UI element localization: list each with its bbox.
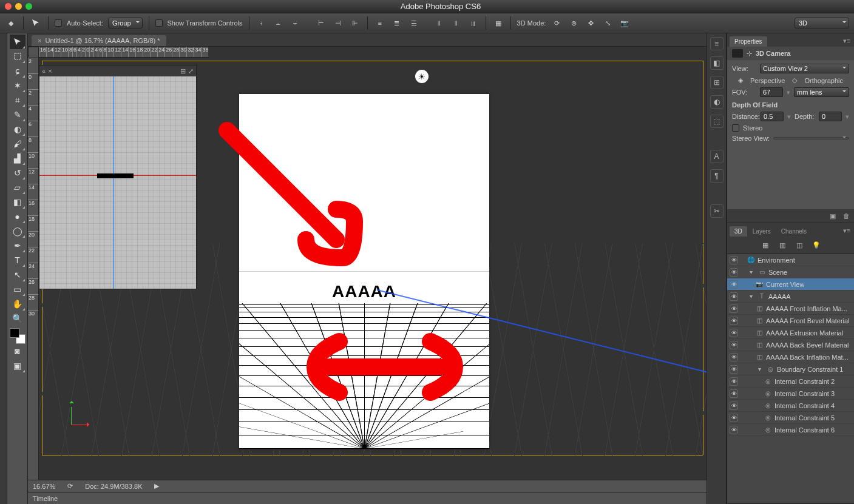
- align-left-edges-icon[interactable]: ⊢: [315, 17, 327, 29]
- perspective-cube-icon[interactable]: ◈: [738, 76, 743, 84]
- crop-tool[interactable]: ⌗: [10, 93, 25, 107]
- navigator-new-view-icon[interactable]: ⊞: [180, 67, 186, 75]
- tree-row[interactable]: 👁🌐Environment: [727, 254, 854, 266]
- magic-wand-tool[interactable]: ✶: [10, 78, 25, 93]
- perspective-label[interactable]: Perspective: [750, 77, 785, 84]
- orthographic-cube-icon[interactable]: ◇: [792, 76, 797, 84]
- horizontal-ruler[interactable]: 1614121086420246810121416182022242628303…: [39, 47, 208, 58]
- refresh-icon[interactable]: ⟳: [67, 482, 73, 490]
- disclosure-icon[interactable]: ▾: [747, 268, 755, 277]
- distance-input[interactable]: 0.5: [761, 112, 784, 121]
- move-tool[interactable]: [10, 35, 25, 49]
- eraser-tool[interactable]: ▱: [10, 180, 25, 195]
- ruler-origin[interactable]: [28, 47, 39, 58]
- tree-row[interactable]: 👁◫AAAAA Front Bevel Material: [727, 315, 854, 327]
- panel-icon-character[interactable]: A: [710, 150, 724, 163]
- lasso-tool[interactable]: ɕ: [10, 64, 25, 78]
- visibility-toggle-icon[interactable]: 👁: [730, 377, 738, 386]
- tree-row[interactable]: 👁◎Internal Constraint 6: [727, 424, 854, 436]
- slide-3d-icon[interactable]: ⤡: [602, 17, 614, 29]
- visibility-toggle-icon[interactable]: 👁: [730, 329, 738, 337]
- tree-row[interactable]: 👁▾▭Scene: [727, 266, 854, 278]
- blur-tool[interactable]: ●: [10, 209, 25, 224]
- tree-row[interactable]: 👁◫AAAAA Extrusion Material: [727, 327, 854, 339]
- distribute-right-icon[interactable]: ⫼: [467, 17, 480, 29]
- tree-row[interactable]: 👁◎Internal Constraint 3: [727, 388, 854, 400]
- pen-tool[interactable]: ✒: [10, 238, 25, 253]
- orthographic-label[interactable]: Orthographic: [804, 77, 843, 84]
- tree-row[interactable]: 👁◫AAAAA Back Bevel Material: [727, 339, 854, 351]
- tree-row[interactable]: 👁◫AAAAA Front Inflation Ma...: [727, 303, 854, 315]
- roll-3d-icon[interactable]: ⊚: [568, 17, 580, 29]
- 3d-scene-tree[interactable]: 👁🌐Environment👁▾▭Scene👁📷Current View👁▾TAA…: [727, 254, 854, 503]
- zoom-level[interactable]: 16.67%: [33, 483, 55, 490]
- visibility-toggle-icon[interactable]: 👁: [730, 317, 738, 325]
- pan-3d-icon[interactable]: ✥: [585, 17, 597, 29]
- disclosure-icon[interactable]: ▾: [747, 292, 755, 301]
- panel-menu-icon[interactable]: ▾≡: [839, 35, 854, 47]
- fov-input[interactable]: 67: [760, 87, 783, 97]
- clone-stamp-tool[interactable]: ▟: [10, 151, 25, 166]
- disclosure-icon[interactable]: ▾: [755, 365, 764, 374]
- tree-row[interactable]: 👁◎Internal Constraint 2: [727, 375, 854, 388]
- visibility-toggle-icon[interactable]: 👁: [730, 268, 738, 277]
- distribute-bottom-icon[interactable]: ☰: [408, 17, 420, 29]
- tree-row[interactable]: 👁◫AAAAA Back Inflation Mat...: [727, 351, 854, 363]
- zoom-tool[interactable]: 🔍: [10, 311, 25, 326]
- close-tab-icon[interactable]: ×: [38, 37, 41, 44]
- auto-align-icon[interactable]: ▦: [492, 17, 504, 29]
- filter-materials-icon[interactable]: ◫: [795, 240, 804, 250]
- axis-gizmo[interactable]: [66, 401, 90, 425]
- visibility-toggle-icon[interactable]: 👁: [730, 256, 738, 264]
- visibility-toggle-icon[interactable]: 👁: [730, 402, 738, 410]
- navigator-menu-icon[interactable]: ⤢: [188, 67, 194, 75]
- foreground-color-swatch[interactable]: [10, 328, 19, 338]
- align-right-edges-icon[interactable]: ⊩: [349, 17, 361, 29]
- navigator-close-icon[interactable]: ×: [48, 67, 52, 75]
- close-window-button[interactable]: [5, 3, 12, 10]
- tree-row[interactable]: 👁▾◎Boundary Constraint 1: [727, 363, 854, 375]
- filter-scene-icon[interactable]: ▦: [761, 240, 770, 250]
- stereo-checkbox[interactable]: [732, 124, 739, 132]
- panel-icon-color[interactable]: ◧: [710, 56, 724, 70]
- filter-meshes-icon[interactable]: ▥: [778, 240, 787, 250]
- panel-3d-menu-icon[interactable]: ▾≡: [839, 225, 854, 237]
- hand-tool[interactable]: ✋: [10, 297, 25, 311]
- light-widget-icon[interactable]: ☀: [415, 70, 429, 83]
- visibility-toggle-icon[interactable]: 👁: [730, 365, 738, 374]
- tree-row[interactable]: 👁◎Internal Constraint 4: [727, 400, 854, 412]
- visibility-toggle-icon[interactable]: 👁: [730, 389, 738, 398]
- depth-input[interactable]: 0: [819, 112, 842, 121]
- type-tool[interactable]: T: [10, 253, 25, 267]
- align-bottom-edges-icon[interactable]: ⫟: [290, 17, 302, 29]
- visibility-toggle-icon[interactable]: 👁: [730, 353, 738, 361]
- timeline-panel[interactable]: Timeline: [28, 492, 707, 504]
- panel-icon-adjustments[interactable]: ◐: [710, 95, 724, 109]
- align-vertical-centers-icon[interactable]: ⫠: [273, 17, 285, 29]
- view-dropdown[interactable]: Custom View 2: [760, 64, 849, 73]
- navigator-collapse-icon[interactable]: «: [42, 67, 46, 75]
- panel-icon-history[interactable]: ≡: [710, 37, 724, 50]
- doc-size[interactable]: Doc: 24.9M/383.8K: [85, 483, 142, 490]
- tree-row[interactable]: 👁📷Current View: [727, 278, 854, 291]
- coord-icon[interactable]: ⊹: [747, 50, 752, 58]
- visibility-toggle-icon[interactable]: 👁: [730, 304, 738, 313]
- tab-layers[interactable]: Layers: [748, 226, 776, 237]
- visibility-toggle-icon[interactable]: 👁: [730, 426, 738, 434]
- rotate-3d-icon[interactable]: ⟳: [551, 17, 563, 29]
- distance-stepper-icon[interactable]: ▾: [787, 113, 791, 121]
- panel-icon-paragraph[interactable]: ¶: [710, 169, 724, 183]
- tree-row[interactable]: 👁▾TAAAAA: [727, 291, 854, 303]
- brush-tool[interactable]: 🖌: [10, 136, 25, 151]
- panel-icon-styles[interactable]: ⬚: [710, 115, 724, 128]
- tree-row[interactable]: 👁◎Internal Constraint 5: [727, 412, 854, 424]
- depth-stepper-icon[interactable]: ▾: [846, 113, 849, 121]
- history-brush-tool[interactable]: ↺: [10, 166, 25, 180]
- tab-channels[interactable]: Channels: [776, 226, 812, 237]
- tab-3d[interactable]: 3D: [730, 226, 747, 237]
- distribute-left-icon[interactable]: ⦀: [433, 17, 446, 29]
- left-collapse-strip[interactable]: [0, 33, 7, 504]
- marquee-tool[interactable]: [10, 49, 25, 64]
- fov-stepper-icon[interactable]: ▾: [787, 89, 790, 96]
- vertical-ruler[interactable]: 2024681012141618202224262830: [28, 58, 39, 480]
